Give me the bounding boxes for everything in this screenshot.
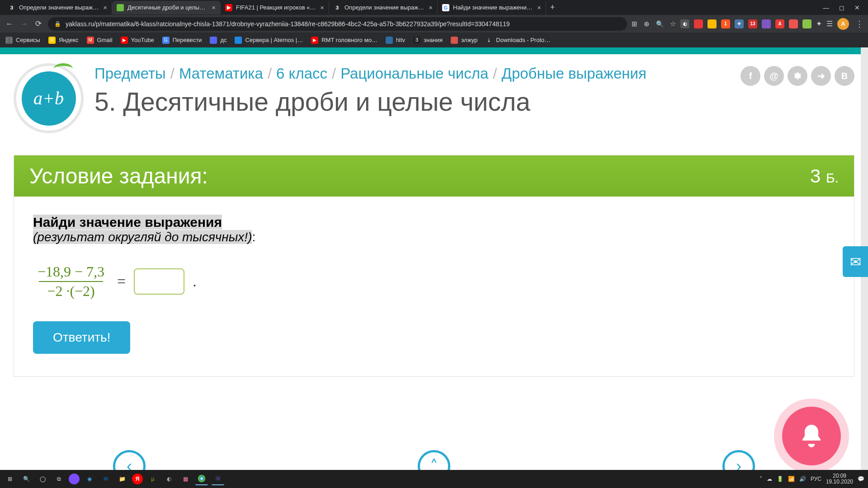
social-share-button[interactable]: ➜ (811, 66, 831, 86)
breadcrumb-link[interactable]: Дробные выражения (502, 65, 646, 82)
answer-input[interactable] (134, 268, 184, 295)
bookmark-label: Gmail (97, 37, 113, 43)
minimize-button[interactable]: — (823, 4, 829, 11)
install-app-icon[interactable]: ⊞ (632, 20, 637, 28)
close-tab-icon[interactable]: × (103, 4, 107, 11)
utorrent-taskbar-icon[interactable]: µ (146, 473, 159, 485)
next-task-button[interactable]: › (722, 450, 755, 470)
browser-tab[interactable]: Десятичные дроби и целые чис × (112, 1, 221, 14)
page-content: a+b Предметы/Математика/6 класс/Рационал… (0, 47, 868, 470)
tab-favicon: З (334, 4, 341, 11)
bookmark-item[interactable]: ⋮⋮Сервисы (5, 37, 40, 44)
close-tab-icon[interactable]: × (537, 4, 541, 11)
start-button[interactable]: ⊞ (4, 473, 16, 485)
close-tab-icon[interactable]: × (212, 4, 216, 11)
browser-tab[interactable]: З Определи значение выражения × (4, 1, 112, 14)
tray-battery-icon[interactable]: 🔋 (777, 476, 783, 482)
close-window-button[interactable]: ✕ (854, 4, 860, 11)
tray-volume-icon[interactable]: 🔊 (799, 476, 806, 482)
bookmark-item[interactable]: ▶RMT головного мо… (311, 37, 377, 44)
close-tab-icon[interactable]: × (320, 4, 324, 11)
ext-icon[interactable] (802, 19, 811, 28)
feedback-mail-tab[interactable]: ✉ (843, 246, 868, 277)
bookmark-star-icon[interactable]: ☆ (670, 20, 676, 28)
forward-button[interactable]: → (19, 19, 29, 28)
search-icon[interactable]: 🔍 (656, 20, 664, 28)
taskbar-clock[interactable]: 20:09 19.10.2020 (826, 473, 853, 485)
explorer-taskbar-icon[interactable]: 📁 (116, 473, 128, 485)
tray-onedrive-icon[interactable]: ☁ (767, 476, 772, 482)
bookmark-item[interactable]: GПеревести (162, 37, 202, 44)
extensions-menu-icon[interactable]: ✦ (816, 19, 822, 28)
ext-icon[interactable]: 1 (721, 19, 730, 28)
bookmark-item[interactable]: ▶YouTube (121, 37, 154, 44)
mail-taskbar-icon[interactable]: ✉ (99, 473, 112, 485)
bookmark-label: RMT головного мо… (321, 37, 377, 43)
reload-button[interactable]: ⟳ (33, 19, 43, 28)
social-share-button[interactable]: B (835, 66, 854, 86)
url-text: yaklass.ru/p/matematika/6-klass/ratciona… (66, 20, 510, 28)
social-share-button[interactable]: ✽ (788, 66, 807, 86)
yandex-taskbar-icon[interactable]: Я (132, 474, 143, 484)
viber-taskbar-icon[interactable]: ☏ (212, 473, 224, 485)
taskbar-app[interactable] (69, 474, 80, 484)
vk-ext-icon[interactable]: ✈ (735, 19, 744, 28)
breadcrumb-link[interactable]: Предметы (94, 65, 166, 82)
bookmark-item[interactable]: MGmail (87, 37, 113, 44)
tray-wifi-icon[interactable]: 📶 (788, 476, 795, 482)
chrome-taskbar-icon[interactable] (195, 473, 208, 485)
tab-favicon: ▶ (225, 4, 232, 11)
breadcrumb-link[interactable]: Рациональные числа (340, 65, 488, 82)
bookmark-favicon (235, 37, 242, 44)
social-share-button[interactable]: @ (764, 66, 784, 86)
new-tab-button[interactable]: + (546, 3, 559, 12)
bookmark-item[interactable]: ЯЯндекс (48, 37, 79, 44)
browser-chrome: З Определи значение выражения × Десятичн… (0, 0, 868, 47)
ext-icon[interactable]: ◐ (680, 19, 689, 28)
close-tab-icon[interactable]: × (429, 4, 433, 11)
browser-tab[interactable]: З Определи значение выражения × (329, 1, 438, 14)
question-main: Найди значение выражения (33, 215, 222, 230)
bookmark-item[interactable]: элжур (451, 37, 477, 44)
profile-avatar[interactable]: A (837, 18, 849, 30)
ext-icon[interactable]: 13 (748, 19, 757, 28)
chrome-menu-icon[interactable]: ⋮ (855, 19, 863, 29)
page-title: 5. Десятичные дроби и целые числа (94, 87, 730, 117)
browser-tab[interactable]: ▶ FIFA21 | Реакция игроков «Спар × (221, 1, 329, 14)
ext-icon[interactable] (694, 19, 703, 28)
ext-icon[interactable] (708, 19, 717, 28)
omnibox[interactable]: 🔒 yaklass.ru/p/matematika/6-klass/ratcio… (48, 17, 627, 31)
prev-task-button[interactable]: ‹ (113, 450, 146, 470)
bookmark-item[interactable]: ⭳Downloads - Proto… (486, 37, 550, 44)
steam-taskbar-icon[interactable]: ◐ (163, 473, 175, 485)
bookmark-label: Яндекс (59, 37, 79, 43)
tray-chevron-icon[interactable]: ˄ (760, 476, 762, 482)
breadcrumb-link[interactable]: Математика (179, 65, 263, 82)
social-share-button[interactable]: f (741, 66, 760, 86)
search-taskbar-button[interactable]: 🔍 (20, 473, 33, 485)
edge-taskbar-icon[interactable]: ◉ (83, 473, 96, 485)
back-button[interactable]: ← (5, 19, 14, 28)
adblock-ext-icon[interactable]: A (775, 19, 784, 28)
breadcrumb-link[interactable]: 6 класс (276, 65, 327, 82)
tray-notifications-icon[interactable]: 💬 (858, 476, 864, 482)
submit-answer-button[interactable]: Ответить! (33, 321, 130, 354)
reading-list-icon[interactable]: ☰ (826, 19, 833, 28)
tab-title: Определи значение выражения (19, 4, 99, 11)
browser-tab[interactable]: G Найди значение выражения (р × (438, 1, 546, 14)
cortana-button[interactable]: ◯ (36, 473, 49, 485)
bookmark-item[interactable]: Ззнания (413, 37, 443, 44)
maximize-button[interactable]: ◻ (839, 4, 844, 11)
task-view-button[interactable]: ⧉ (52, 473, 65, 485)
bookmark-item[interactable]: Сервера | Aternos |… (235, 37, 303, 44)
zoom-icon[interactable]: ⊕ (644, 20, 650, 28)
ext-icon[interactable] (789, 19, 798, 28)
window-controls: — ◻ ✕ (823, 4, 868, 11)
bookmark-favicon: ⋮⋮ (5, 37, 13, 44)
bookmark-item[interactable]: hltv (386, 37, 405, 44)
bookmark-item[interactable]: дс (210, 37, 226, 44)
up-to-list-button[interactable]: ˄ (418, 450, 450, 470)
tray-language[interactable]: РУС (811, 476, 821, 482)
ext-icon[interactable] (762, 19, 771, 28)
taskbar-app[interactable]: ▦ (179, 473, 192, 485)
